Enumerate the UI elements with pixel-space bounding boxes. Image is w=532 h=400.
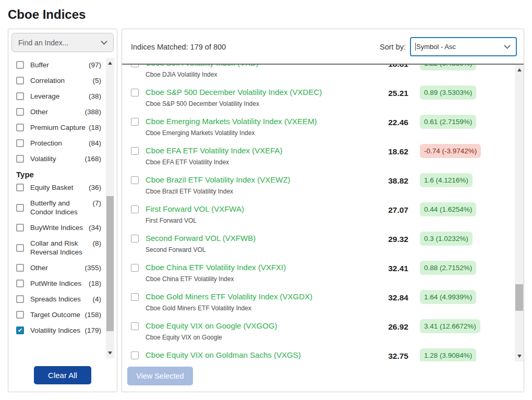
index-subtitle: Cboe EFA ETF Volatility Index xyxy=(146,159,364,166)
index-checkbox[interactable] xyxy=(131,65,139,67)
filter-checkbox[interactable] xyxy=(16,264,24,272)
filter-item[interactable]: Collar and Risk Reversal Indices (8) xyxy=(16,239,101,257)
filter-item[interactable]: Volatility (168) xyxy=(16,154,101,163)
filter-item[interactable]: BuyWrite Indices (34) xyxy=(16,223,101,232)
index-link[interactable]: Cboe Equity VIX on Goldman Sachs (VXGS) xyxy=(146,350,301,360)
index-link[interactable]: Second Forward VOL (VXFWB) xyxy=(146,233,256,244)
filter-checkbox[interactable] xyxy=(16,224,24,232)
filter-item[interactable]: Leverage (38) xyxy=(16,92,101,101)
index-checkbox[interactable] xyxy=(131,205,139,213)
index-change-col: 3.41 (12.6672%) xyxy=(420,319,513,333)
filter-item[interactable]: Premium Capture (18) xyxy=(16,123,101,132)
index-checkbox[interactable] xyxy=(131,147,139,155)
filter-checkbox[interactable] xyxy=(16,311,24,319)
filter-checkbox[interactable] xyxy=(16,155,24,163)
filter-item[interactable]: Protection (84) xyxy=(16,139,101,148)
index-checkbox[interactable] xyxy=(131,176,139,184)
text-caret xyxy=(415,43,416,51)
filter-checkbox[interactable] xyxy=(16,204,24,212)
index-change-badge: 1.22 (6.4859%) xyxy=(420,65,476,70)
index-link[interactable]: Cboe China ETF Volatility Index (VXFXI) xyxy=(146,262,286,273)
filter-checkbox[interactable] xyxy=(16,280,24,287)
index-text: Cboe China ETF Volatility Index (VXFXI) … xyxy=(146,262,364,283)
scroll-down-arrow-icon[interactable] xyxy=(517,355,522,358)
index-link[interactable]: Cboe Gold Miners ETF Volatility Index (V… xyxy=(146,292,312,302)
index-link[interactable]: Cboe Brazil ETF Volatility Index (VXEWZ) xyxy=(146,175,291,185)
filter-checkbox[interactable] xyxy=(16,139,24,147)
index-change-col: 0.61 (2.7159%) xyxy=(420,115,513,129)
index-checkbox[interactable] xyxy=(131,89,139,96)
index-change-col: 0.44 (1.6254%) xyxy=(420,202,513,216)
filter-label: PutWrite Indices xyxy=(30,279,87,288)
index-checkbox[interactable] xyxy=(131,118,139,126)
index-change-badge: 0.61 (2.7159%) xyxy=(420,115,476,129)
sidebar-scrollbar-thumb[interactable] xyxy=(106,196,114,331)
index-text: Second Forward VOL (VXFWB) Second Forwar… xyxy=(146,233,364,254)
clear-all-button[interactable]: Clear All xyxy=(34,366,91,384)
filter-count: (8) xyxy=(93,239,102,248)
filter-checkbox[interactable] xyxy=(16,61,24,69)
filter-panel: Find an Index... Buffer (97) Correlation… xyxy=(8,29,117,392)
filter-checkbox[interactable] xyxy=(16,77,24,84)
filter-count: (34) xyxy=(89,223,101,232)
filter-item[interactable]: Other (388) xyxy=(16,107,101,116)
filter-label: Volatility xyxy=(30,154,82,163)
filter-count: (97) xyxy=(89,60,101,69)
filter-label: Premium Capture xyxy=(30,123,87,132)
view-selected-button[interactable]: View Selected xyxy=(127,367,193,385)
index-row: Cboe Emerging Markets Volatility Index (… xyxy=(122,112,515,141)
filter-checkbox[interactable] xyxy=(16,124,24,131)
chevron-down-icon xyxy=(504,42,511,49)
filter-count: (179) xyxy=(84,326,101,335)
scroll-up-arrow-icon[interactable] xyxy=(108,62,112,65)
scroll-down-arrow-icon[interactable] xyxy=(108,351,112,355)
results-footer: View Selected xyxy=(122,361,524,392)
index-change-col: 1.22 (6.4859%) xyxy=(420,65,513,70)
index-checkbox[interactable] xyxy=(131,293,139,301)
sort-selected-value: Symbol - Asc xyxy=(416,43,456,51)
index-checkbox[interactable] xyxy=(131,235,139,243)
filter-checkbox[interactable] xyxy=(16,108,24,116)
index-value: 32.75 xyxy=(364,351,408,361)
sort-dropdown[interactable]: Symbol - Asc xyxy=(410,37,517,56)
category-filter-list: Buffer (97) Correlation (5) Leverage (38… xyxy=(16,60,101,163)
filter-label: Butterfly and Condor Indices xyxy=(30,199,91,216)
filter-item[interactable]: Equity Basket (36) xyxy=(16,183,101,192)
index-list-area: Cboe DJIA Volatility Index (VXD) Cboe DJ… xyxy=(122,65,524,361)
index-value: 18.81 xyxy=(364,65,408,69)
filter-count: (38) xyxy=(89,92,101,101)
filter-checkbox[interactable] xyxy=(16,295,24,303)
filter-item[interactable]: Other (355) xyxy=(16,263,101,272)
filter-count: (388) xyxy=(84,107,101,116)
filter-item[interactable]: PutWrite Indices (18) xyxy=(16,279,101,288)
index-checkbox[interactable] xyxy=(131,351,139,359)
filter-item[interactable]: Target Outcome (158) xyxy=(16,310,101,319)
filter-item[interactable]: Correlation (5) xyxy=(16,76,101,85)
index-link[interactable]: Cboe EFA ETF Volatility Index (VXEFA) xyxy=(146,146,283,156)
filter-count: (355) xyxy=(84,263,101,272)
index-link[interactable]: Cboe Emerging Markets Volatility Index (… xyxy=(146,116,317,127)
filter-label: Collar and Risk Reversal Indices xyxy=(30,239,91,257)
filter-item[interactable]: Butterfly and Condor Indices (7) xyxy=(16,199,101,216)
filter-item[interactable]: Volatility Indices (179) xyxy=(16,326,101,335)
find-index-dropdown[interactable]: Find an Index... xyxy=(11,33,114,52)
index-row: Second Forward VOL (VXFWB) Second Forwar… xyxy=(122,229,515,258)
filter-item[interactable]: Buffer (97) xyxy=(16,60,101,69)
scroll-up-arrow-icon[interactable] xyxy=(517,68,522,71)
index-link[interactable]: Cboe DJIA Volatility Index (VXD) xyxy=(146,65,259,68)
filter-item[interactable]: Spreads Indices (4) xyxy=(16,295,101,304)
list-scrollbar-thumb[interactable] xyxy=(515,284,523,311)
index-link[interactable]: Cboe S&P 500 December Volatility Index (… xyxy=(146,87,322,98)
index-checkbox[interactable] xyxy=(131,322,139,330)
filter-checkbox[interactable] xyxy=(16,184,24,191)
index-value: 26.92 xyxy=(364,322,408,332)
index-checkbox[interactable] xyxy=(131,264,139,272)
index-link[interactable]: Cboe Equity VIX on Google (VXGOG) xyxy=(146,321,277,331)
index-subtitle: Cboe China ETF Volatility Index xyxy=(146,275,364,283)
index-subtitle: Cboe Brazil ETF Volatility Index xyxy=(146,188,364,196)
filter-checkbox[interactable] xyxy=(16,244,24,252)
index-link[interactable]: First Forward VOL (VXFWA) xyxy=(146,204,244,214)
index-change-col: 1.6 (4.1216%) xyxy=(420,173,513,187)
filter-checkbox[interactable] xyxy=(16,326,24,334)
filter-checkbox[interactable] xyxy=(16,92,24,100)
